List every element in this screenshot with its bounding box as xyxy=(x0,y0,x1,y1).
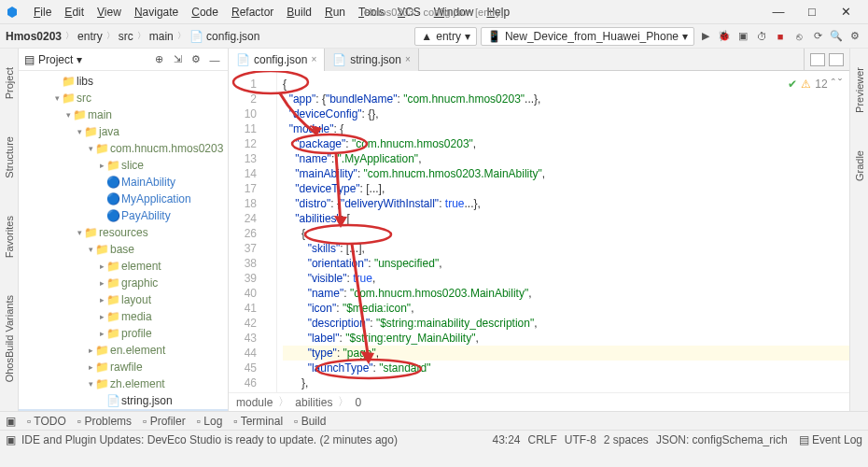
tree-node[interactable]: 🔵MyApplication xyxy=(19,191,228,207)
profile-icon[interactable]: ⏱ xyxy=(754,29,769,44)
collapse-all-icon[interactable]: ⇲ xyxy=(170,52,185,67)
tree-node[interactable]: 📄config.json xyxy=(19,409,228,411)
main-area: ProjectStructureFavoritesOhosBuild Varia… xyxy=(0,49,868,411)
project-tree[interactable]: 📁libs▾📁src▾📁main▾📁java▾📁com.hnucm.hmos02… xyxy=(19,71,228,411)
code-text[interactable]: { "app": {"bundleName": "com.hnucm.hmos0… xyxy=(277,71,849,392)
chevron-down-icon: ▾ xyxy=(465,30,470,43)
editor-tab[interactable]: 📄config.json× xyxy=(229,49,325,71)
hide-icon[interactable]: — xyxy=(207,52,222,67)
tree-node[interactable]: 🔵MainAbility xyxy=(19,174,228,191)
gear-icon[interactable]: ⚙ xyxy=(189,52,203,67)
chevron-down-icon[interactable]: ▾ xyxy=(77,53,82,66)
tree-node[interactable]: ▸📁profile xyxy=(19,325,228,342)
breadcrumb-item[interactable]: entry xyxy=(77,30,103,43)
warning-count: 12 xyxy=(815,77,827,92)
toolwindow-build[interactable]: ▫ Build xyxy=(294,415,326,428)
breadcrumb-item[interactable]: 📄 config.json xyxy=(189,30,260,43)
editor: 📄config.json×📄string.json× 1210111213141… xyxy=(229,49,849,411)
run-module-selector[interactable]: ▲ entry ▾ xyxy=(414,27,477,46)
breadcrumb-item[interactable]: main xyxy=(149,30,174,43)
indent[interactable]: 2 spaces xyxy=(604,433,649,446)
breadcrumb: Hmos0203〉entry〉src〉main〉📄 config.json xyxy=(6,30,259,43)
minimize-button[interactable]: — xyxy=(765,5,791,19)
rail-ohosbuild-variants[interactable]: OhosBuild Variants xyxy=(4,295,15,382)
tree-node[interactable]: ▾📁resources xyxy=(19,224,228,241)
maximize-button[interactable]: □ xyxy=(799,5,825,19)
run-icon[interactable]: ▶ xyxy=(698,29,713,44)
json-schema[interactable]: JSON: configSchema_rich xyxy=(656,433,788,446)
menu-build[interactable]: Build xyxy=(281,4,317,21)
bottom-tool-row: ▣▫ TODO▫ Problems▫ Profiler▫ Log▫ Termin… xyxy=(0,411,868,430)
status-icon: ▣ xyxy=(6,433,16,446)
titlebar: FileEditViewNavigateCodeRefactorBuildRun… xyxy=(0,0,868,24)
code-area[interactable]: 1210111213141718242637383940414243444546… xyxy=(229,71,849,392)
toolwindow-terminal[interactable]: ▫ Terminal xyxy=(233,415,283,428)
breadcrumb-item[interactable]: Hmos0203 xyxy=(6,30,62,43)
rail-project[interactable]: Project xyxy=(4,67,15,99)
editor-view-buttons xyxy=(804,49,849,71)
tree-node[interactable]: ▸📁en.element xyxy=(19,342,228,359)
tree-node[interactable]: ▾📁src xyxy=(19,90,228,106)
menu-file[interactable]: File xyxy=(28,4,57,21)
line-separator[interactable]: CRLF xyxy=(528,433,557,446)
sync-icon[interactable]: ⟳ xyxy=(810,29,825,44)
rail-structure[interactable]: Structure xyxy=(4,136,15,178)
list-view-icon[interactable] xyxy=(810,53,825,66)
tree-node[interactable]: ▾📁com.hnucm.hmos0203 xyxy=(19,140,228,157)
tree-node[interactable]: 📄string.json xyxy=(19,392,228,409)
eventlog-button[interactable]: ▤ Event Log xyxy=(799,433,862,446)
chevron-down-icon: ▾ xyxy=(682,30,688,43)
tree-node[interactable]: ▸📁element xyxy=(19,258,228,275)
coverage-icon[interactable]: ▣ xyxy=(735,29,750,44)
toolwindow-problems[interactable]: ▫ Problems xyxy=(77,415,132,428)
toolwindow-todo[interactable]: ▫ TODO xyxy=(27,415,66,428)
caret-position[interactable]: 43:24 xyxy=(492,433,520,446)
gutter: 1210111213141718242637383940414243444546… xyxy=(229,71,264,392)
search-icon[interactable]: 🔍 xyxy=(829,29,844,44)
tree-node[interactable]: ▸📁media xyxy=(19,308,228,325)
tree-node[interactable]: 🔵PayAbility xyxy=(19,207,228,224)
toolwindow-profiler[interactable]: ▫ Profiler xyxy=(143,415,186,428)
inspection-widget[interactable]: ✔ ⚠ 12 ˆ ˇ xyxy=(788,77,842,92)
device-selector[interactable]: 📱 New_Device_from_Huawei_Phone ▾ xyxy=(481,27,694,46)
close-button[interactable]: ✕ xyxy=(833,5,859,19)
encoding[interactable]: UTF-8 xyxy=(565,433,596,446)
attach-icon[interactable]: ⎋ xyxy=(791,29,806,44)
close-tab-icon[interactable]: × xyxy=(311,54,316,64)
tree-node[interactable]: 📁libs xyxy=(19,73,228,90)
window-title: Hmos0203 - config.json [entry] xyxy=(364,7,503,18)
rail-favorites[interactable]: Favorites xyxy=(4,216,15,258)
tree-node[interactable]: ▾📁main xyxy=(19,106,228,123)
tree-node[interactable]: ▾📁base xyxy=(19,241,228,258)
close-tab-icon[interactable]: × xyxy=(405,54,411,64)
tree-node[interactable]: ▸📁rawfile xyxy=(19,359,228,375)
debug-icon[interactable]: 🐞 xyxy=(717,29,732,44)
toolwindow-log[interactable]: ▫ Log xyxy=(197,415,223,428)
editor-tab[interactable]: 📄string.json× xyxy=(325,49,419,71)
settings-icon[interactable]: ⚙ xyxy=(847,29,862,44)
menu-navigate[interactable]: Navigate xyxy=(129,4,184,21)
menu-refactor[interactable]: Refactor xyxy=(226,4,279,21)
editor-crumb[interactable]: abilities xyxy=(295,396,332,409)
menu-code[interactable]: Code xyxy=(186,4,224,21)
menu-view[interactable]: View xyxy=(91,4,127,21)
editor-breadcrumb[interactable]: module〉abilities〉0 xyxy=(229,392,849,411)
fold-column[interactable] xyxy=(264,71,277,392)
split-view-icon[interactable] xyxy=(829,53,844,66)
breadcrumb-item[interactable]: src xyxy=(119,30,133,43)
select-opened-file-icon[interactable]: ⊕ xyxy=(151,52,166,67)
rail-previewer[interactable]: Previewer xyxy=(854,67,865,113)
project-dropdown-icon[interactable]: ▤ xyxy=(24,53,35,66)
editor-crumb[interactable]: module xyxy=(236,396,273,409)
tree-node[interactable]: ▾📁zh.element xyxy=(19,375,228,392)
tree-node[interactable]: ▸📁graphic xyxy=(19,275,228,291)
stop-icon[interactable]: ■ xyxy=(773,29,788,44)
tool-window-toggle[interactable]: ▣ xyxy=(6,415,16,428)
menu-edit[interactable]: Edit xyxy=(59,4,90,21)
tree-node[interactable]: ▸📁slice xyxy=(19,157,228,174)
tree-node[interactable]: ▾📁java xyxy=(19,123,228,140)
tree-node[interactable]: ▸📁layout xyxy=(19,291,228,308)
editor-crumb[interactable]: 0 xyxy=(355,396,361,409)
menu-run[interactable]: Run xyxy=(319,4,351,21)
rail-gradle[interactable]: Gradle xyxy=(854,150,865,181)
